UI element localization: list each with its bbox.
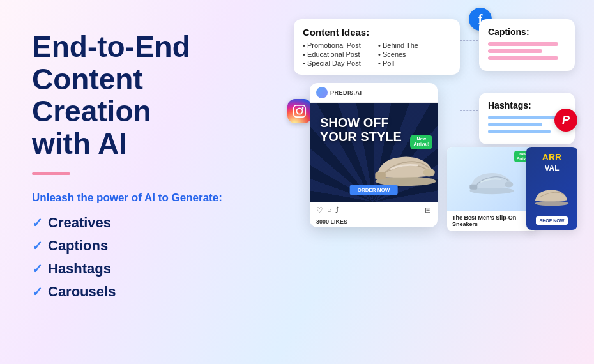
pinterest-icon: P xyxy=(554,109,577,132)
list-item: ✓ Hashtags xyxy=(32,261,249,277)
pink-divider xyxy=(32,172,70,175)
hashtag-line xyxy=(488,123,542,126)
share-icon[interactable]: ⤴ xyxy=(335,206,339,215)
third-card-text: ARR xyxy=(542,152,561,162)
svg-point-1 xyxy=(296,108,302,114)
svg-point-2 xyxy=(302,107,304,109)
left-panel: End-to-End Content Creation with AI Unle… xyxy=(0,0,275,364)
third-product-card: ARR VAL SHOP NOW xyxy=(526,147,577,230)
instagram-icon xyxy=(287,99,312,123)
content-ideas-list: Promotional Post Behind The Educational … xyxy=(303,42,451,67)
list-item: ✓ Creatives xyxy=(32,215,249,231)
post-action-icons: ♡ ○ ⤴ xyxy=(316,206,339,215)
content-ideas-card: Content Ideas: Promotional Post Behind T… xyxy=(294,19,460,75)
check-icon: ✓ xyxy=(32,261,43,277)
main-post-card: PREDIS.AI SHOW OFF YOUR STYLE xyxy=(310,83,438,227)
comment-icon[interactable]: ○ xyxy=(327,206,331,215)
third-card-content: ARR VAL xyxy=(542,152,561,172)
list-item-label: Hashtags xyxy=(48,261,111,277)
list-item-label: Creatives xyxy=(48,215,111,231)
list-item: Promotional Post xyxy=(303,42,376,49)
captions-title: Captions: xyxy=(488,27,566,37)
product-image: NewArrival! xyxy=(447,147,537,211)
likes-count: 3000 LIKES xyxy=(310,218,438,227)
caption-line xyxy=(488,56,558,60)
hashtags-title: Hashtags: xyxy=(488,100,566,110)
list-item: Scenes xyxy=(378,50,451,58)
svg-rect-8 xyxy=(469,184,477,189)
post-logo: PREDIS.AI xyxy=(316,87,362,98)
svg-rect-5 xyxy=(375,172,386,179)
product-name: The Best Men's Slip-On Sneakers xyxy=(447,211,537,231)
list-item: Special Day Post xyxy=(303,59,376,67)
bookmark-icon[interactable]: ⊟ xyxy=(425,206,431,215)
pinterest-letter: P xyxy=(562,114,570,127)
svg-rect-0 xyxy=(294,105,305,117)
hashtag-line xyxy=(488,116,558,119)
caption-line xyxy=(488,49,542,53)
captions-card: Captions: xyxy=(479,19,575,71)
content-ideas-title: Content Ideas: xyxy=(303,27,451,38)
order-now-button[interactable]: ORDER NOW xyxy=(350,185,398,195)
logo-circle xyxy=(316,87,328,98)
third-card-text2: VAL xyxy=(544,163,559,172)
post-image: SHOW OFF YOUR STYLE xyxy=(310,103,438,202)
hashtag-line xyxy=(488,130,551,133)
svg-point-7 xyxy=(505,181,513,187)
new-arrival-badge: NewArrival! xyxy=(410,135,432,149)
svg-point-9 xyxy=(535,201,569,206)
svg-point-4 xyxy=(423,169,435,177)
check-icon: ✓ xyxy=(32,238,43,254)
checklist: ✓ Creatives ✓ Captions ✓ Hashtags ✓ Caro… xyxy=(32,215,249,300)
list-item: Behind The xyxy=(378,42,451,49)
shoe-small-illustration xyxy=(466,162,517,197)
heart-icon[interactable]: ♡ xyxy=(316,206,323,215)
main-title: End-to-End Content Creation with AI xyxy=(32,31,249,160)
post-headline: SHOW OFF YOUR STYLE xyxy=(320,116,402,144)
subtitle: Unleash the power of AI to Generate: xyxy=(32,190,249,206)
list-item-label: Captions xyxy=(48,238,108,254)
shoe-tiny xyxy=(533,182,571,208)
post-header: PREDIS.AI xyxy=(310,83,438,103)
instagram-svg xyxy=(293,104,307,118)
caption-line xyxy=(488,42,558,46)
list-item-label: Carousels xyxy=(48,284,116,300)
list-item: ✓ Captions xyxy=(32,238,249,254)
check-icon: ✓ xyxy=(32,284,43,300)
post-footer: ♡ ○ ⤴ ⊟ xyxy=(310,202,438,218)
brand-name: PREDIS.AI xyxy=(330,89,362,96)
second-product-card: NewArrival! The Best Men's Slip-On Sneak… xyxy=(447,147,537,231)
check-icon: ✓ xyxy=(32,215,43,231)
list-item: Educational Post xyxy=(303,50,376,58)
right-panel: f P Content Ideas: Promotional Post Behi… xyxy=(275,0,594,364)
list-item: ✓ Carousels xyxy=(32,284,249,300)
shop-now-button[interactable]: SHOP NOW xyxy=(536,216,568,225)
page-container: End-to-End Content Creation with AI Unle… xyxy=(0,0,594,364)
list-item: Poll xyxy=(378,59,451,67)
